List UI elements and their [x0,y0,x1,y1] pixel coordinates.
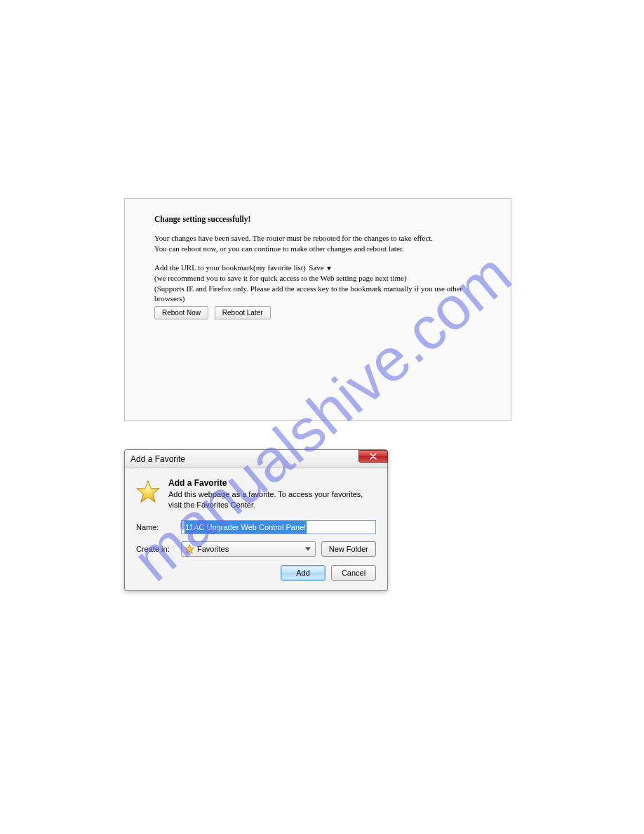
add-favorite-dialog: Add a Favorite [124,449,388,591]
hero-title: Add a Favorite [168,478,376,488]
recommend-line: (we recommend you to save it for quick a… [154,273,481,283]
chevron-down-icon [305,547,311,550]
dialog-body: Add a Favorite Add this webpage as a fav… [125,468,387,590]
dialog-title: Add a Favorite [130,454,185,464]
name-label: Name: [136,523,175,531]
info-line-2: You can reboot now, or you can continue … [154,244,481,253]
dialog-titlebar: Add a Favorite [125,450,387,468]
create-in-label: Create in: [136,545,175,553]
reboot-now-button[interactable]: Reboot Now [154,306,208,319]
success-heading: Change setting successfully! [154,214,481,225]
create-in-value: Favorites [197,545,229,553]
new-folder-button[interactable]: New Folder [321,541,376,557]
supports-line: (Supports IE and Firefox only. Please ad… [154,284,481,304]
reboot-later-button[interactable]: Reboot Later [215,306,271,319]
add-button[interactable]: Add [281,565,326,581]
router-settings-panel: Change setting successfully! Your change… [124,198,511,421]
cancel-button[interactable]: Cancel [331,565,376,581]
name-input-value: 11AC Upgrader Web Control Panel [185,521,307,534]
favorite-folder-star-icon [185,544,194,554]
create-in-select[interactable]: Favorites [181,541,316,557]
name-input[interactable]: 11AC Upgrader Web Control Panel [181,520,376,534]
bookmark-prefix: Add the URL to your bookmark(my favorite… [154,263,306,272]
hero-description: Add this webpage as a favorite. To acces… [168,489,376,510]
bookmark-line: Add the URL to your bookmark(my favorite… [154,263,481,272]
save-bookmark-dropdown[interactable]: Save [307,263,332,272]
close-icon [369,453,377,460]
close-button[interactable] [358,450,388,463]
info-line-1: Your changes have been saved. The router… [154,233,481,243]
favorite-star-icon [136,478,160,510]
